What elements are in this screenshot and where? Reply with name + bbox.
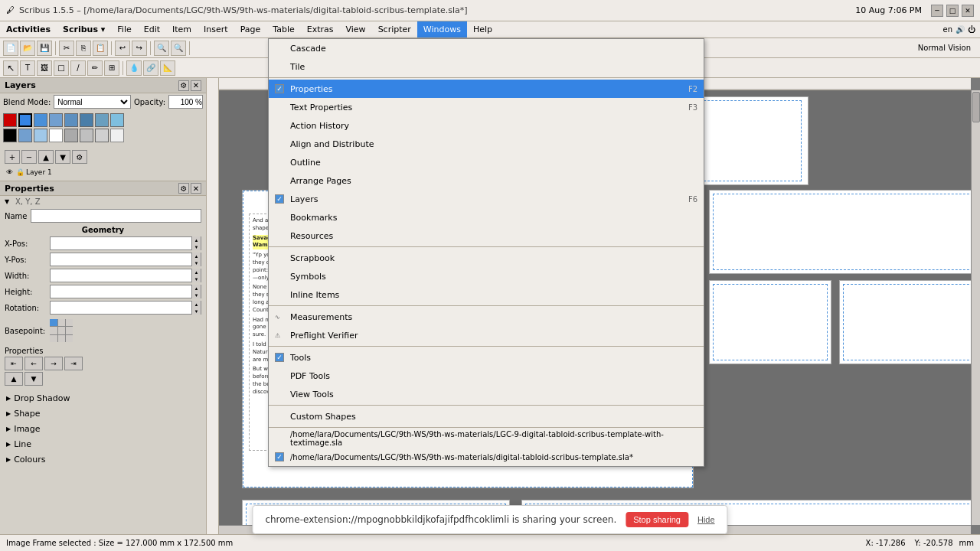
measure-tool[interactable]: 📐	[160, 60, 175, 76]
color-swatch-blue4[interactable]	[64, 113, 78, 127]
menu-align-distribute[interactable]: Align and Distribute	[269, 135, 704, 153]
bp-topleft[interactable]	[50, 319, 57, 326]
opacity-input[interactable]	[168, 95, 203, 109]
color-swatch-lightblue[interactable]	[34, 129, 47, 142]
menu-inline-items[interactable]: Inline Items	[269, 285, 704, 304]
rotation-down-button[interactable]: ▼	[191, 308, 201, 315]
colours-item[interactable]: ▶ Colours	[5, 452, 201, 467]
menu-pdf-tools[interactable]: PDF Tools	[269, 367, 704, 385]
color-swatch-white[interactable]	[49, 129, 63, 142]
menu-page[interactable]: Page	[234, 21, 267, 37]
link-tool[interactable]: 🔗	[143, 60, 158, 76]
open-button[interactable]: 📂	[20, 41, 35, 56]
level-up-button[interactable]: ←	[24, 357, 43, 370]
page-right-middle[interactable]	[709, 280, 831, 364]
bp-topcenter[interactable]	[58, 319, 65, 326]
level-down-button[interactable]: →	[44, 357, 63, 370]
menu-tools[interactable]: ✓ Tools	[269, 348, 704, 367]
eye-dropper-tool[interactable]: 💧	[126, 60, 142, 76]
color-swatch-blue-active[interactable]	[18, 113, 32, 127]
properties-close-button[interactable]: ✕	[191, 183, 201, 194]
menu-layers[interactable]: ✓ Layers F6	[269, 190, 704, 208]
menu-properties[interactable]: ✓ Properties F2	[269, 80, 704, 98]
width-up-button[interactable]: ▲	[191, 269, 201, 276]
xpos-input[interactable]: 81.000 mm	[51, 237, 191, 249]
zoom-in-button[interactable]: 🔍	[154, 41, 169, 56]
xyz-collapse-button[interactable]: ▼	[5, 198, 12, 206]
menu-activities[interactable]: Activities	[0, 21, 57, 37]
menu-arrange-pages[interactable]: Arrange Pages	[269, 171, 704, 190]
windows-dropdown-menu[interactable]: Cascade Tile ✓ Properties F2 Text Proper…	[268, 38, 704, 467]
line-tool[interactable]: /	[70, 60, 86, 76]
color-swatch-black[interactable]	[3, 129, 17, 142]
bp-midleft[interactable]	[50, 327, 57, 334]
menu-custom-shapes[interactable]: Custom Shapes	[269, 407, 704, 425]
height-down-button[interactable]: ▼	[191, 292, 201, 298]
new-button[interactable]: 📄	[3, 41, 18, 56]
text-tool[interactable]: T	[20, 60, 35, 76]
stop-sharing-button[interactable]: Stop sharing	[626, 512, 688, 527]
blend-mode-select[interactable]: Normal	[54, 95, 131, 109]
level-down2-button[interactable]: ▼	[24, 372, 43, 386]
menu-extras[interactable]: Extras	[301, 21, 340, 37]
bp-midright[interactable]	[66, 327, 73, 334]
width-down-button[interactable]: ▼	[191, 276, 201, 282]
color-swatch-gray3[interactable]	[80, 129, 93, 142]
color-swatch-red[interactable]	[3, 113, 17, 127]
dropshadow-item[interactable]: ▶ Drop Shadow	[5, 390, 201, 406]
menu-preflight[interactable]: ⚠ Preflight Verifier	[269, 326, 704, 344]
zoom-out-button[interactable]: 🔍	[171, 41, 186, 56]
hide-button[interactable]: Hide	[697, 515, 715, 524]
cut-button[interactable]: ✂	[59, 41, 74, 56]
height-input[interactable]: 172.500 mm	[51, 285, 191, 298]
color-swatch-gray[interactable]	[18, 129, 32, 142]
color-swatch-gray2[interactable]	[64, 129, 78, 142]
line-item[interactable]: ▶ Line	[5, 436, 201, 452]
bp-bottomleft[interactable]	[50, 335, 57, 342]
menu-scribus[interactable]: Scribus ▾	[57, 21, 111, 37]
bp-bottomcenter[interactable]	[58, 335, 65, 342]
bp-midcenter[interactable]	[58, 327, 65, 334]
copy-button[interactable]: ⎘	[76, 41, 91, 56]
menu-resources[interactable]: Resources	[269, 227, 704, 245]
save-button[interactable]: 💾	[37, 41, 52, 56]
table-tool[interactable]: ⊞	[104, 60, 119, 76]
color-swatch-blue6[interactable]	[95, 113, 109, 127]
maximize-button[interactable]: □	[946, 5, 959, 17]
menu-file2[interactable]: ✓ /home/lara/Documents/LGC/9th-WS/9th-ws…	[269, 448, 704, 466]
shape-item[interactable]: ▶ Shape	[5, 406, 201, 421]
color-swatch-blue5[interactable]	[80, 113, 93, 127]
menu-action-history[interactable]: Action History	[269, 116, 704, 135]
level-up2-button[interactable]: ▲	[5, 372, 23, 386]
width-input[interactable]: 127.000 mm	[51, 269, 191, 282]
page-right-top[interactable]	[709, 190, 971, 274]
scrollbar-thumb[interactable]	[972, 92, 980, 122]
undo-button[interactable]: ↩	[115, 41, 130, 56]
menu-tile[interactable]: Tile	[269, 57, 704, 76]
menu-text-properties[interactable]: Text Properties F3	[269, 98, 704, 116]
menu-scripter[interactable]: Scripter	[372, 21, 417, 37]
color-swatch-blue3[interactable]	[49, 113, 63, 127]
shape-tool[interactable]: □	[54, 60, 69, 76]
menu-windows[interactable]: Windows	[417, 21, 467, 37]
xpos-down-button[interactable]: ▼	[191, 243, 201, 250]
pen-tool[interactable]: ✏	[87, 60, 103, 76]
paste-button[interactable]: 📋	[93, 41, 108, 56]
ypos-input[interactable]: 103.750 mm	[51, 253, 191, 266]
bp-bottomright[interactable]	[66, 335, 73, 342]
name-input[interactable]: Image14	[31, 209, 201, 223]
color-swatch-blue2[interactable]	[34, 113, 47, 127]
minimize-button[interactable]: ─	[931, 5, 943, 17]
menu-view[interactable]: View	[340, 21, 372, 37]
move-up-layer-button[interactable]: ▲	[38, 150, 54, 164]
menu-table[interactable]: Table	[266, 21, 300, 37]
color-swatch-blue7[interactable]	[110, 113, 124, 127]
menu-cascade[interactable]: Cascade	[269, 39, 704, 57]
menu-scrapbook[interactable]: Scrapbook	[269, 249, 704, 267]
select-tool[interactable]: ↖	[3, 60, 18, 76]
bp-topright[interactable]	[66, 319, 73, 326]
level-bottom-button[interactable]: ⇥	[64, 357, 83, 370]
ypos-down-button[interactable]: ▼	[191, 259, 201, 266]
rotation-input[interactable]: 0.0 °	[51, 302, 191, 314]
menu-edit[interactable]: Edit	[138, 21, 166, 37]
